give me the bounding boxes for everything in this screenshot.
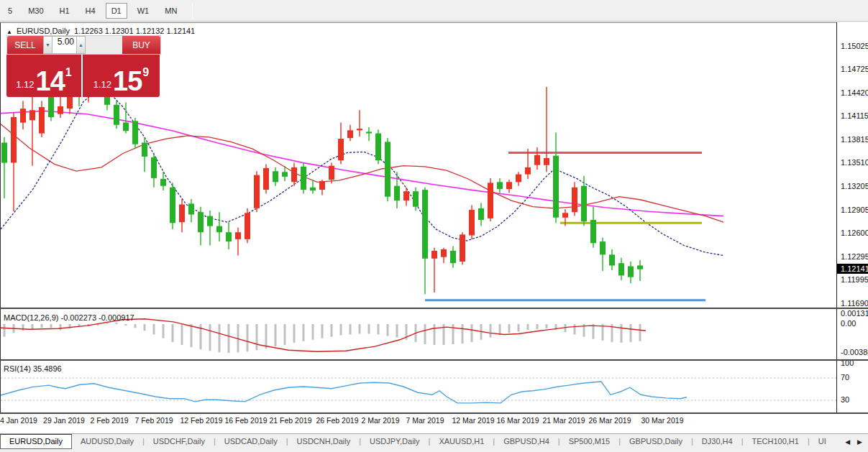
candle-body [291,167,297,182]
date-axis-label: 12 Mar 2019 [452,416,495,425]
timeframe-button-W1[interactable]: W1 [132,3,155,19]
date-axis-label: 7 Feb 2019 [134,416,173,425]
candle-body [572,188,577,212]
candle-body [460,234,465,262]
volume-increase-button[interactable]: ▲ [76,36,86,54]
candle-body [235,232,241,239]
candle-body [207,216,213,226]
candle-body [301,167,306,190]
candle-body [198,212,204,232]
candle-body [366,132,372,133]
candle-body [403,191,409,200]
toolbar-separator [192,3,193,19]
date-axis-label: 26 Feb 2019 [316,416,359,425]
chart-tab-eurusd-daily[interactable]: EURUSD,Daily [0,434,72,449]
tab-scroll-arrows: ◀▶ [842,434,868,446]
collapse-triangle-icon[interactable]: ▲ [6,29,12,35]
price-axis-column: 1.150251.147251.144201.141151.138151.135… [836,22,868,431]
candle-body [216,226,222,233]
chart-tab-sp500-m15[interactable]: SP500,M15 [560,435,618,448]
chart-tab-usdjpy-daily[interactable]: USDJPY,Daily [361,435,429,448]
price-axis-label: 1.12905 [841,206,868,214]
candle-body [29,110,35,120]
bid-pipette: 1 [65,66,72,79]
timeframe-button-H4[interactable]: H4 [80,3,101,19]
candle-body [338,139,344,160]
timeframe-button-H1[interactable]: H1 [54,3,76,19]
candle-body [11,117,17,162]
date-axis: 24 Jan 201929 Jan 20192 Feb 20197 Feb 20… [0,414,868,433]
candle-body [562,213,568,218]
ask-prefix: 1.12 [93,79,111,90]
macd-indicator-label: MACD(12,26,9) -0.002273 -0.000917 [4,313,134,322]
bid-prefix: 1.12 [16,79,34,90]
candle-body [413,191,419,207]
candle-body [469,210,475,236]
chart-tab-audusd-daily[interactable]: AUDUSD,Daily [72,435,142,448]
tab-scroll-left-icon[interactable]: ◀ [845,438,850,446]
chart-tab-ui[interactable]: UI [810,435,835,448]
date-axis-label: 21 Feb 2019 [270,416,312,425]
candle-body [488,183,493,218]
price-axis-label: 1.14725 [841,65,868,73]
candle-body [637,265,643,269]
panel-separator[interactable] [0,359,868,361]
candle-body [226,232,232,241]
candle-body [534,155,540,165]
timeframe-button-5[interactable]: 5 [2,3,18,19]
chart-tab-usdchf-daily[interactable]: USDCHF,Daily [145,435,214,448]
ma-blue [1,86,723,256]
candle-body [450,251,456,263]
candle-body [590,220,596,243]
date-axis-label: 2 Feb 2019 [90,416,128,425]
macd-axis-label: 0.00 [841,319,856,328]
chart-tab-gbpusd-h4[interactable]: GBPUSD,H4 [495,435,558,448]
price-axis-label: 1.12600 [841,229,868,237]
volume-input[interactable]: 5.00 [52,36,76,54]
date-axis-label: 21 Mar 2019 [543,416,585,425]
rsi-indicator-label: RSI(14) 35.4896 [4,364,62,373]
timeframe-button-M30[interactable]: M30 [22,3,49,19]
rsi-axis-label: 70 [841,373,849,382]
ask-price-display[interactable]: 1.12 15 9 [83,55,160,97]
candle-body [1,143,7,163]
buy-button[interactable]: BUY [122,36,160,54]
trading-platform-window: 5M30H1H4D1W1MN ▲EURUSD,Daily 1.12263 1.1… [0,0,868,452]
chart-tab-tech100-h1[interactable]: TECH100,H1 [743,435,807,448]
candle-body [600,241,606,254]
panel-separator[interactable] [0,308,868,309]
timeframe-button-D1[interactable]: D1 [106,3,127,19]
price-axis-label: 1.13815 [841,135,868,144]
date-axis-label: 2 Mar 2019 [361,416,399,425]
chart-tab-usdcnh-daily[interactable]: USDCNH,Daily [288,435,360,448]
date-axis-label: 16 Mar 2019 [497,416,539,425]
candle-body [58,106,63,114]
timeframe-button-MN[interactable]: MN [159,3,183,19]
price-axis-label: 1.13510 [841,158,868,167]
chart-tab-gbpusd-daily[interactable]: GBPUSD,Daily [621,435,691,448]
chart-tab-usdcad-daily[interactable]: USDCAD,Daily [216,435,286,448]
tab-scroll-right-icon[interactable]: ▶ [857,438,862,446]
bid-big-digits: 14 [36,70,65,92]
date-axis-label: 16 Feb 2019 [225,416,268,425]
quote-row: 1.12 14 1 1.12 15 9 [6,55,161,97]
chart-tab-dj30-h4[interactable]: DJ30,H4 [693,435,741,448]
candle-body [394,186,400,200]
candle-body [618,263,624,275]
chart-title: ▲EURUSD,Daily 1.12263 1.12301 1.12132 1.… [6,27,195,35]
candle-body [516,175,521,183]
candle-body [123,123,129,132]
bid-price-display[interactable]: 1.12 14 1 [6,55,83,97]
ask-pipette: 9 [142,66,149,79]
price-axis-label: 1.15025 [841,42,868,50]
chart-tab-xauusd-h1[interactable]: XAUUSD,H1 [430,435,493,448]
sell-button[interactable]: SELL [7,36,43,54]
panel-separator[interactable] [0,412,868,414]
candle-body [525,167,531,175]
chart-window: ▲EURUSD,Daily 1.12263 1.12301 1.12132 1.… [0,22,836,414]
candle-body [478,208,484,220]
volume-decrease-button[interactable]: ▼ [43,36,52,54]
price-axis-label: 1.11995 [841,275,868,284]
rsi-chart-svg [1,362,837,413]
candle-body [357,129,362,130]
